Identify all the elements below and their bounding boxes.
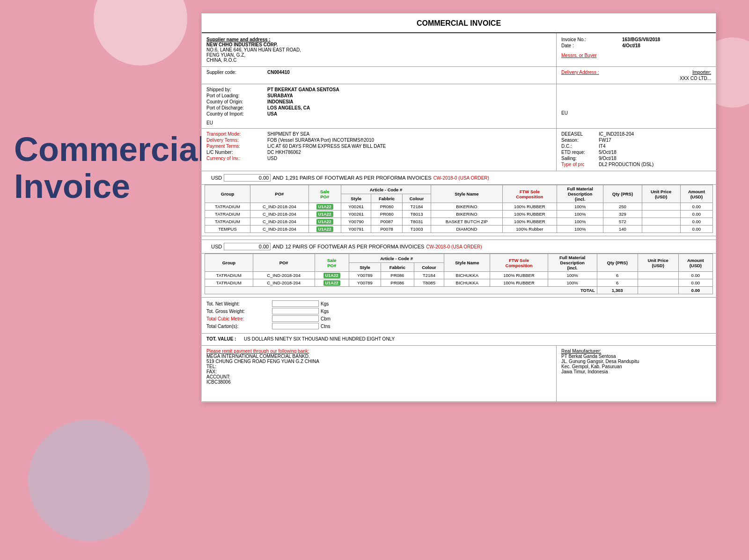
cell-fabbric: PR080 xyxy=(371,211,403,218)
and-label-1: AND xyxy=(272,175,283,181)
cell-sale-po: U1A22 xyxy=(308,211,341,218)
th-sale-po: SalePO# xyxy=(308,185,341,203)
net-weight-input[interactable] xyxy=(272,300,319,307)
table2-section: Group PO# SalePO# Article - Code # Style… xyxy=(202,254,716,298)
real-mfr-addr3: Jawa Timur, Indonesia xyxy=(561,369,711,374)
total-qty-cell: 1,303 xyxy=(597,287,638,294)
th2-full-material: Full MaterialDescription(incl. xyxy=(548,254,597,272)
usd-label-2: USD xyxy=(211,244,222,249)
date-value: 4/Oct/18 xyxy=(622,43,640,48)
invoice-meta: Invoice No.: 163/BGS/VII/2018 Date : 4/O… xyxy=(557,33,716,66)
etd-value: 5/Oct/18 xyxy=(599,150,617,155)
usd-line-1: USD AND 1,291 PAIRS OF FOOTWEAR AS PER P… xyxy=(202,171,716,185)
cell-unit-price xyxy=(638,279,678,287)
shipping-right: EU xyxy=(557,84,716,128)
transport-terms-row: Transport Mode: SHIPMENT BY SEA Delivery… xyxy=(202,129,716,171)
cell-group: TEMPUS xyxy=(205,225,250,233)
port-loading-label: Port of Loading: xyxy=(206,93,267,98)
th2-unit-price: Unit Price(USD) xyxy=(638,254,678,272)
th-group: Group xyxy=(205,185,250,203)
th2-article-code: Article - Code # xyxy=(349,254,444,263)
ctns-label: Ctns xyxy=(321,324,330,329)
port-discharge-label: Port of Discharge: xyxy=(206,105,267,110)
cw-ref-1: CW-2018-0 (USA ORDER) xyxy=(433,175,489,181)
cell-fabbric: P0078 xyxy=(371,225,403,233)
cell-fabbric: PR080 xyxy=(371,203,403,211)
th2-amount: Amount(USD) xyxy=(678,254,712,272)
th-po: PO# xyxy=(250,185,309,203)
cell-unit-price xyxy=(642,211,680,218)
supplier-info: Supplier name and address : NEW CHHO IND… xyxy=(202,33,557,66)
cubic-input[interactable] xyxy=(272,315,319,322)
carton-label: Total Carton(s): xyxy=(206,324,272,329)
cell-sale-po: U1A22 xyxy=(315,272,349,279)
gross-weight-label: Tot. Gross Weight: xyxy=(206,309,272,314)
real-mfr-label: Real Manufacturer: xyxy=(561,349,711,354)
cubic-label: Total Cubic Metre: xyxy=(206,316,272,321)
cell-full-material: 100% xyxy=(557,203,603,211)
invoice-no-label: Invoice No.: xyxy=(561,37,622,42)
usd-label-1: USD xyxy=(211,175,222,181)
cell-sale-po: U1A22 xyxy=(308,225,341,233)
table1-section: Group PO# SalePO# Article - Code # Style… xyxy=(202,185,716,236)
currency-label: Currency of Inv.: xyxy=(206,156,267,161)
cell-ftw: 100% RUBBER xyxy=(502,203,557,211)
th-amount: Amount(USD) xyxy=(680,185,712,203)
usd-amount-2-input[interactable] xyxy=(224,243,271,250)
carton-input[interactable] xyxy=(272,323,319,329)
cell-unit-price xyxy=(642,218,680,225)
cell-style-name: DIAMOND xyxy=(431,225,503,233)
cell-ftw: 100% RUBBER xyxy=(490,272,548,279)
cell-group: TATRADIUM xyxy=(205,272,253,279)
lc-number-value: DC HKH786062 xyxy=(267,150,301,155)
pairs-text-1: 1,291 PAIRS OF FOOTWEAR AS PER PROFORMA … xyxy=(285,175,431,181)
cell-fabbric: PR086 xyxy=(381,272,414,279)
real-mfr-addr2: Kec. Gempol, Kab. Pasuruan xyxy=(561,364,711,369)
cell-fabbric: P0087 xyxy=(371,218,403,225)
cell-ftw: 100% RUBBER xyxy=(490,279,548,287)
pairs-text-2: 12 PAIRS OF FOOTWEAR AS PER PROFORMA INV… xyxy=(285,244,424,249)
delivery-importer-section: Delivery Address : Importer: XXX CO LTD.… xyxy=(557,67,716,84)
country-import-value: USA xyxy=(267,111,277,116)
gross-weight-input[interactable] xyxy=(272,308,319,314)
cell-ftw: 100% RUBBER xyxy=(502,218,557,225)
cell-style: Y00789 xyxy=(349,272,381,279)
usd-amount-1-input[interactable] xyxy=(224,174,271,182)
th2-sale-po: SalePO# xyxy=(315,254,349,272)
cell-amount: 0.00 xyxy=(680,211,712,218)
cell-sale-po: U1A22 xyxy=(315,279,349,287)
th-qty: Qty (PRS) xyxy=(603,185,642,203)
invoice-document: COMMERCIAL INVOICE Supplier name and add… xyxy=(201,13,716,402)
cell-full-material: 100% xyxy=(557,211,603,218)
table-row: TATRADIUM C_IND-2018-204 U1A22 Y00790 P0… xyxy=(205,218,713,225)
cell-po: C_IND-2018-204 xyxy=(253,272,315,279)
importer-label: Importer: xyxy=(692,70,711,75)
supplier-label: Supplier name and address : xyxy=(206,37,271,42)
cell-sale-po: U1A22 xyxy=(308,218,341,225)
sailing-label: Sailing: xyxy=(561,156,599,161)
invoice-table-1: Group PO# SalePO# Article - Code # Style… xyxy=(205,185,713,233)
right-details: DEEASEL IC_IND2018-204 Season: FW17 D.C.… xyxy=(557,129,716,171)
cell-po: C_IND-2018-204 xyxy=(250,225,309,233)
etd-label: ETD reque: xyxy=(561,150,599,155)
th-ftw-sole: FTW SoleComposition xyxy=(502,185,557,203)
cell-po: C_IND-2018-204 xyxy=(250,203,309,211)
transport-details: Transport Mode: SHIPMENT BY SEA Delivery… xyxy=(202,129,557,171)
cell-colour: T1003 xyxy=(403,225,431,233)
tot-value-label: TOT. VALUE : xyxy=(206,336,244,342)
bank-details: Please remit payment through our followi… xyxy=(202,346,557,401)
cell-unit-price xyxy=(642,203,680,211)
shipping-details: Shipped by: PT BKERKAT GANDA SENTOSA Por… xyxy=(202,84,557,128)
net-weight-label: Tot. Net Weight: xyxy=(206,301,272,306)
tot-value-text: US DOLLARS NINETY SIX THOUSAND NINE HUND… xyxy=(244,336,395,342)
th2-group: Group xyxy=(205,254,253,272)
supplier-code-value: CN004410 xyxy=(267,70,290,75)
cell-fabbric: PR086 xyxy=(381,279,414,287)
cell-style-name: BIKERINO xyxy=(431,211,503,218)
cell-unit-price xyxy=(642,225,680,233)
cell-style: Y00789 xyxy=(349,279,381,287)
cell-style-name: BIKERINO xyxy=(431,203,503,211)
cell-style: Y00261 xyxy=(341,203,371,211)
cell-amount: 0.00 xyxy=(680,225,712,233)
total-value-section: TOT. VALUE : US DOLLARS NINETY SIX THOUS… xyxy=(202,334,716,346)
